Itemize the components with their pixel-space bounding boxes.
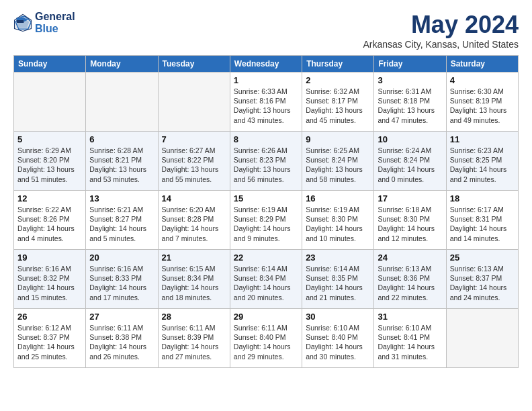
- day-number: 18: [450, 193, 515, 203]
- calendar-cell: 27Sunrise: 6:11 AM Sunset: 8:38 PM Dayli…: [86, 309, 158, 368]
- day-number: 30: [306, 312, 370, 322]
- day-info: Sunrise: 6:22 AM Sunset: 8:26 PM Dayligh…: [17, 205, 82, 243]
- calendar-cell: 29Sunrise: 6:11 AM Sunset: 8:40 PM Dayli…: [230, 309, 302, 368]
- day-info: Sunrise: 6:14 AM Sunset: 8:35 PM Dayligh…: [306, 264, 370, 302]
- day-number: 24: [378, 253, 442, 263]
- calendar-week-row: 12Sunrise: 6:22 AM Sunset: 8:26 PM Dayli…: [14, 191, 519, 250]
- calendar-cell: [446, 309, 518, 368]
- day-info: Sunrise: 6:31 AM Sunset: 8:18 PM Dayligh…: [378, 87, 442, 125]
- day-info: Sunrise: 6:19 AM Sunset: 8:29 PM Dayligh…: [234, 205, 298, 243]
- day-info: Sunrise: 6:24 AM Sunset: 8:24 PM Dayligh…: [378, 146, 442, 184]
- title-block: May 2024 Arkansas City, Kansas, United S…: [363, 11, 519, 50]
- day-info: Sunrise: 6:11 AM Sunset: 8:38 PM Dayligh…: [89, 323, 154, 361]
- day-number: 10: [378, 134, 442, 144]
- calendar-cell: 15Sunrise: 6:19 AM Sunset: 8:29 PM Dayli…: [230, 191, 302, 250]
- logo: General Blue: [13, 11, 75, 34]
- day-info: Sunrise: 6:33 AM Sunset: 8:16 PM Dayligh…: [234, 87, 298, 125]
- calendar-cell: 13Sunrise: 6:21 AM Sunset: 8:27 PM Dayli…: [86, 191, 158, 250]
- day-info: Sunrise: 6:14 AM Sunset: 8:34 PM Dayligh…: [234, 264, 298, 302]
- day-number: 31: [378, 312, 442, 322]
- day-number: 27: [89, 312, 154, 322]
- day-number: 29: [234, 312, 298, 322]
- weekday-header-wednesday: Wednesday: [230, 56, 302, 73]
- day-info: Sunrise: 6:32 AM Sunset: 8:17 PM Dayligh…: [306, 87, 370, 125]
- day-info: Sunrise: 6:26 AM Sunset: 8:23 PM Dayligh…: [234, 146, 298, 184]
- logo-text: General Blue: [35, 11, 75, 34]
- day-number: 2: [306, 75, 370, 85]
- day-info: Sunrise: 6:11 AM Sunset: 8:40 PM Dayligh…: [234, 323, 298, 361]
- calendar-cell: 16Sunrise: 6:19 AM Sunset: 8:30 PM Dayli…: [302, 191, 374, 250]
- day-info: Sunrise: 6:12 AM Sunset: 8:37 PM Dayligh…: [17, 323, 82, 361]
- calendar-cell: 8Sunrise: 6:26 AM Sunset: 8:23 PM Daylig…: [230, 132, 302, 191]
- day-number: 7: [162, 134, 226, 144]
- day-info: Sunrise: 6:28 AM Sunset: 8:21 PM Dayligh…: [89, 146, 154, 184]
- day-number: 15: [234, 193, 298, 203]
- day-info: Sunrise: 6:11 AM Sunset: 8:39 PM Dayligh…: [162, 323, 226, 361]
- day-number: 4: [450, 75, 515, 85]
- calendar-cell: 26Sunrise: 6:12 AM Sunset: 8:37 PM Dayli…: [14, 309, 86, 368]
- weekday-header-tuesday: Tuesday: [158, 56, 230, 73]
- day-number: 13: [89, 193, 154, 203]
- day-info: Sunrise: 6:17 AM Sunset: 8:31 PM Dayligh…: [450, 205, 515, 243]
- day-number: 8: [234, 134, 298, 144]
- weekday-header-saturday: Saturday: [446, 56, 518, 73]
- calendar-cell: 18Sunrise: 6:17 AM Sunset: 8:31 PM Dayli…: [446, 191, 518, 250]
- calendar-cell: 25Sunrise: 6:13 AM Sunset: 8:37 PM Dayli…: [446, 250, 518, 309]
- day-number: 9: [306, 134, 370, 144]
- day-number: 1: [234, 75, 298, 85]
- day-info: Sunrise: 6:21 AM Sunset: 8:27 PM Dayligh…: [89, 205, 154, 243]
- calendar-week-row: 19Sunrise: 6:16 AM Sunset: 8:32 PM Dayli…: [14, 250, 519, 309]
- calendar-cell: 2Sunrise: 6:32 AM Sunset: 8:17 PM Daylig…: [302, 73, 374, 132]
- calendar-cell: 19Sunrise: 6:16 AM Sunset: 8:32 PM Dayli…: [14, 250, 86, 309]
- calendar-cell: 5Sunrise: 6:29 AM Sunset: 8:20 PM Daylig…: [14, 132, 86, 191]
- day-number: 20: [89, 253, 154, 263]
- calendar-cell: 3Sunrise: 6:31 AM Sunset: 8:18 PM Daylig…: [374, 73, 446, 132]
- day-info: Sunrise: 6:19 AM Sunset: 8:30 PM Dayligh…: [306, 205, 370, 243]
- day-number: 26: [17, 312, 82, 322]
- day-info: Sunrise: 6:23 AM Sunset: 8:25 PM Dayligh…: [450, 146, 515, 184]
- calendar-cell: 10Sunrise: 6:24 AM Sunset: 8:24 PM Dayli…: [374, 132, 446, 191]
- calendar-cell: 1Sunrise: 6:33 AM Sunset: 8:16 PM Daylig…: [230, 73, 302, 132]
- calendar-cell: 11Sunrise: 6:23 AM Sunset: 8:25 PM Dayli…: [446, 132, 518, 191]
- day-number: 28: [162, 312, 226, 322]
- page-header: General Blue May 2024 Arkansas City, Kan…: [13, 11, 519, 50]
- day-number: 19: [17, 253, 82, 263]
- day-info: Sunrise: 6:29 AM Sunset: 8:20 PM Dayligh…: [17, 146, 82, 184]
- calendar-cell: [158, 73, 230, 132]
- calendar-cell: 9Sunrise: 6:25 AM Sunset: 8:24 PM Daylig…: [302, 132, 374, 191]
- calendar-cell: 17Sunrise: 6:18 AM Sunset: 8:30 PM Dayli…: [374, 191, 446, 250]
- calendar-cell: 22Sunrise: 6:14 AM Sunset: 8:34 PM Dayli…: [230, 250, 302, 309]
- calendar-week-row: 5Sunrise: 6:29 AM Sunset: 8:20 PM Daylig…: [14, 132, 519, 191]
- day-info: Sunrise: 6:30 AM Sunset: 8:19 PM Dayligh…: [450, 87, 515, 125]
- day-number: 17: [378, 193, 442, 203]
- calendar-cell: 23Sunrise: 6:14 AM Sunset: 8:35 PM Dayli…: [302, 250, 374, 309]
- calendar-cell: 24Sunrise: 6:13 AM Sunset: 8:36 PM Dayli…: [374, 250, 446, 309]
- calendar-cell: 12Sunrise: 6:22 AM Sunset: 8:26 PM Dayli…: [14, 191, 86, 250]
- weekday-header-friday: Friday: [374, 56, 446, 73]
- day-number: 16: [306, 193, 370, 203]
- calendar-week-row: 1Sunrise: 6:33 AM Sunset: 8:16 PM Daylig…: [14, 73, 519, 132]
- calendar-table: SundayMondayTuesdayWednesdayThursdayFrid…: [13, 55, 519, 368]
- day-info: Sunrise: 6:13 AM Sunset: 8:36 PM Dayligh…: [378, 264, 442, 302]
- day-info: Sunrise: 6:13 AM Sunset: 8:37 PM Dayligh…: [450, 264, 515, 302]
- calendar-cell: [14, 73, 86, 132]
- weekday-header-monday: Monday: [86, 56, 158, 73]
- month-title: May 2024: [363, 11, 519, 39]
- calendar-cell: 4Sunrise: 6:30 AM Sunset: 8:19 PM Daylig…: [446, 73, 518, 132]
- day-info: Sunrise: 6:27 AM Sunset: 8:22 PM Dayligh…: [162, 146, 226, 184]
- day-info: Sunrise: 6:10 AM Sunset: 8:40 PM Dayligh…: [306, 323, 370, 361]
- day-info: Sunrise: 6:16 AM Sunset: 8:33 PM Dayligh…: [89, 264, 154, 302]
- day-info: Sunrise: 6:20 AM Sunset: 8:28 PM Dayligh…: [162, 205, 226, 243]
- day-info: Sunrise: 6:16 AM Sunset: 8:32 PM Dayligh…: [17, 264, 82, 302]
- weekday-header-sunday: Sunday: [14, 56, 86, 73]
- day-number: 22: [234, 253, 298, 263]
- calendar-cell: 31Sunrise: 6:10 AM Sunset: 8:41 PM Dayli…: [374, 309, 446, 368]
- day-number: 21: [162, 253, 226, 263]
- calendar-cell: [86, 73, 158, 132]
- day-number: 12: [17, 193, 82, 203]
- calendar-cell: 7Sunrise: 6:27 AM Sunset: 8:22 PM Daylig…: [158, 132, 230, 191]
- day-number: 25: [450, 253, 515, 263]
- location-text: Arkansas City, Kansas, United States: [363, 39, 519, 50]
- day-info: Sunrise: 6:15 AM Sunset: 8:34 PM Dayligh…: [162, 264, 226, 302]
- svg-rect-5: [17, 17, 24, 20]
